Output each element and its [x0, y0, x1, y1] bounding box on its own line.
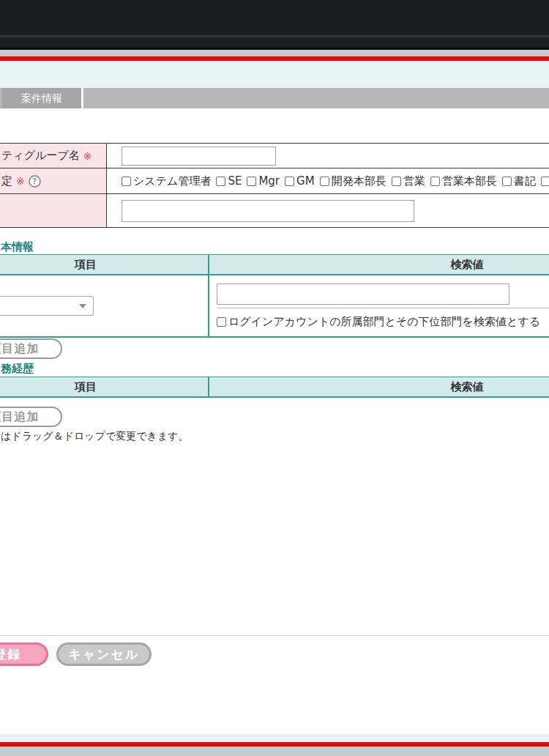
role-checkbox-item[interactable]: Mgr: [247, 174, 280, 188]
form-row-group-name: ティグループ名 ※: [0, 144, 549, 168]
role-label: システム管理者: [133, 174, 211, 188]
basic-info-table-header: 項目 検索値: [0, 254, 549, 275]
form-row-extra: [0, 194, 549, 228]
basic-info-table-row: ログインアカウントの所属部門とその下位部門を検索値とする: [0, 275, 549, 338]
role-checkbox-item[interactable]: 開発本部長: [320, 174, 386, 188]
bottom-gray-strip: [0, 746, 549, 756]
group-name-label: ティグループ名: [1, 149, 80, 163]
login-dept-checkbox-row[interactable]: ログインアカウントの所属部門とその下位部門を検索値とする: [217, 308, 549, 336]
column-header-value: 検索値: [209, 377, 549, 396]
work-history-table-header: 項目 検索値: [0, 377, 549, 398]
login-dept-checkbox-label: ログインアカウントの所属部門とその下位部門を検索値とする: [228, 315, 540, 329]
cancel-button[interactable]: キャンセル: [56, 642, 152, 666]
role-checkbox-item[interactable]: システム管理者: [122, 174, 211, 188]
submit-button[interactable]: 登録: [0, 642, 48, 666]
role-checkbox-item[interactable]: 営業事務: [541, 174, 549, 188]
checkbox-icon[interactable]: [217, 317, 226, 327]
basic-info-search-table: 項目 検索値 ログインアカウントの所属部門とその下位部門を検索値とする: [0, 254, 549, 338]
role-label: SE: [228, 174, 242, 188]
extra-field-cell: [107, 194, 549, 227]
role-label: Mgr: [258, 174, 280, 188]
setting-label: 定: [1, 174, 12, 188]
role-label: 営業本部長: [442, 174, 497, 188]
group-name-field-cell: [107, 144, 549, 168]
roles-checkbox-group: システム管理者 SE Mgr GM 開発本部長 営業 営業本部長 書記 営業事務: [107, 168, 549, 193]
add-item-button-basic[interactable]: 項目追加: [0, 338, 62, 359]
column-header-value: 検索値: [209, 255, 549, 274]
group-name-label-cell: ティグループ名 ※: [0, 144, 107, 168]
chevron-down-icon: [79, 304, 86, 308]
checkbox-icon[interactable]: [285, 177, 294, 186]
checkbox-icon[interactable]: [541, 177, 549, 186]
add-item-button-history[interactable]: 項目追加: [0, 407, 62, 427]
top-dark-bar: [0, 0, 549, 48]
top-gray-strip: [0, 50, 549, 56]
required-mark: ※: [83, 150, 92, 162]
search-value-input[interactable]: [217, 284, 509, 305]
role-label: GM: [296, 174, 315, 188]
role-checkbox-item[interactable]: GM: [285, 174, 315, 188]
checkbox-icon[interactable]: [392, 177, 401, 186]
work-history-search-table: 項目 検索値: [0, 377, 549, 398]
search-value-input-row: [217, 275, 549, 308]
role-label: 書記: [514, 174, 536, 188]
extra-label-cell: [0, 194, 107, 227]
top-dark-separator: [0, 35, 549, 37]
form-row-setting: 定 ※ ? システム管理者 SE Mgr GM 開発本部長 営業 営業本部長 書…: [0, 168, 549, 194]
footer-divider: [0, 635, 549, 636]
search-value-cell: ログインアカウントの所属部門とその下位部門を検索値とする: [209, 275, 549, 336]
role-checkbox-item[interactable]: 営業本部長: [430, 174, 497, 188]
role-checkbox-item[interactable]: SE: [216, 174, 242, 188]
checkbox-icon[interactable]: [247, 177, 256, 186]
checkbox-icon[interactable]: [122, 177, 131, 186]
role-label: 営業: [403, 174, 425, 188]
item-select-dropdown[interactable]: [0, 296, 94, 316]
drag-drop-hint-text: はドラッグ＆ドロップで変更できます。: [1, 430, 189, 443]
role-label: 開発本部長: [332, 174, 386, 188]
column-header-item: 項目: [0, 377, 209, 396]
help-icon[interactable]: ?: [29, 175, 41, 188]
bottom-light-strip: [0, 734, 549, 742]
group-form-table: ティグループ名 ※ 定 ※ ? システム管理者 SE Mgr GM 開発本部長 …: [0, 143, 549, 228]
tab-bar: 案件情報: [0, 88, 549, 108]
item-select-cell: [0, 275, 209, 336]
checkbox-icon[interactable]: [502, 177, 512, 186]
setting-label-cell: 定 ※ ?: [0, 168, 107, 193]
page: 案件情報 ティグループ名 ※ 定 ※ ? システム管理者 SE Mgr GM: [0, 0, 549, 756]
checkbox-icon[interactable]: [430, 177, 440, 186]
top-light-strip: [0, 61, 549, 88]
group-name-input[interactable]: [122, 147, 276, 166]
checkbox-icon[interactable]: [320, 177, 329, 186]
column-header-item: 項目: [0, 255, 209, 274]
required-mark: ※: [16, 175, 25, 187]
checkbox-icon[interactable]: [216, 177, 225, 186]
role-checkbox-item[interactable]: 書記: [502, 174, 536, 188]
role-checkbox-item[interactable]: 営業: [392, 174, 425, 188]
tab-case-info[interactable]: 案件情報: [2, 88, 83, 108]
extra-text-input[interactable]: [122, 200, 414, 222]
